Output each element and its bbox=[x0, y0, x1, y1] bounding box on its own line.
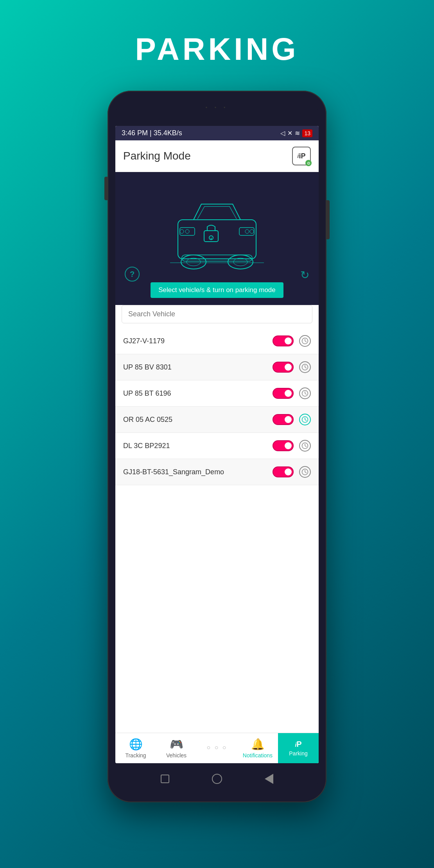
vehicle-schedule-0[interactable] bbox=[299, 335, 311, 347]
vehicle-name-5: GJ18-BT-5631_Sangram_Demo bbox=[123, 468, 224, 476]
nav-item-notifications[interactable]: 🔔 Notifications bbox=[237, 733, 278, 763]
lock-badge: ⊙ bbox=[305, 160, 312, 166]
select-banner: Select vehicle/s & turn on parking mode bbox=[151, 282, 283, 298]
notifications-label: Notifications bbox=[243, 752, 273, 759]
vehicle-row-1: UP 85 BV 8301 bbox=[115, 354, 319, 380]
phone-device: 3:46 PM | 35.4KB/s ◁ ✕ ≋ 13 Parking Mode… bbox=[108, 91, 326, 802]
svg-point-7 bbox=[250, 230, 254, 233]
search-input[interactable] bbox=[122, 305, 312, 323]
vehicle-list: GJ27-V-1179UP 85 BV 8301UP 85 BT 6196OR … bbox=[115, 328, 319, 733]
svg-line-33 bbox=[305, 472, 307, 473]
home-square-btn[interactable] bbox=[158, 772, 172, 786]
vehicle-name-2: UP 85 BT 6196 bbox=[123, 389, 171, 398]
svg-rect-5 bbox=[239, 228, 254, 235]
nav-item-vehicles[interactable]: 🎮 Vehicles bbox=[156, 733, 197, 763]
vehicle-schedule-4[interactable] bbox=[299, 440, 311, 452]
phone-bottom-bar bbox=[115, 763, 319, 794]
nav-item-trips[interactable]: ○ ○ ○ bbox=[197, 733, 237, 763]
vehicle-toggle-3[interactable] bbox=[273, 414, 294, 425]
svg-point-8 bbox=[181, 255, 206, 269]
vehicle-row-5: GJ18-BT-5631_Sangram_Demo bbox=[115, 459, 319, 485]
vehicle-controls-2 bbox=[273, 387, 311, 399]
tracking-icon: 🌐 bbox=[129, 738, 143, 751]
tracking-label: Tracking bbox=[125, 752, 146, 759]
svg-point-10 bbox=[228, 255, 253, 269]
bottom-nav: 🌐 Tracking 🎮 Vehicles ○ ○ ○ 🔔 Notificati… bbox=[115, 733, 319, 763]
car-drawing bbox=[154, 177, 280, 278]
svg-line-24 bbox=[305, 393, 307, 395]
status-bar: 3:46 PM | 35.4KB/s ◁ ✕ ≋ 13 bbox=[115, 126, 319, 140]
svg-rect-2 bbox=[180, 228, 195, 235]
phone-notch bbox=[115, 99, 319, 126]
notifications-icon: 🔔 bbox=[251, 738, 265, 751]
svg-rect-1 bbox=[178, 220, 256, 259]
parking-mode-icon[interactable]: i iP ⊙ bbox=[292, 147, 311, 165]
vehicle-toggle-5[interactable] bbox=[273, 466, 294, 477]
vehicles-label: Vehicles bbox=[166, 752, 187, 759]
vehicle-controls-0 bbox=[273, 335, 311, 347]
status-icons: ◁ ✕ ≋ 13 bbox=[280, 129, 312, 137]
vehicle-toggle-4[interactable] bbox=[273, 440, 294, 451]
home-circle-btn[interactable] bbox=[210, 772, 224, 786]
svg-point-4 bbox=[185, 230, 189, 233]
vehicle-name-4: DL 3C BP2921 bbox=[123, 442, 170, 450]
app-header-title: Parking Mode bbox=[123, 150, 191, 162]
nav-item-parking[interactable]: iP Parking bbox=[278, 733, 319, 763]
signal-icon: ✕ bbox=[287, 129, 292, 137]
vehicle-schedule-2[interactable] bbox=[299, 387, 311, 399]
search-container bbox=[115, 305, 319, 328]
location-icon: ◁ bbox=[280, 129, 285, 137]
vehicle-row-3: OR 05 AC 0525 bbox=[115, 407, 319, 433]
page-title: PARKING bbox=[135, 31, 299, 67]
vehicle-toggle-0[interactable] bbox=[273, 335, 294, 346]
vehicle-name-3: OR 05 AC 0525 bbox=[123, 416, 172, 424]
svg-point-6 bbox=[245, 230, 249, 233]
back-btn[interactable] bbox=[262, 772, 276, 786]
vehicles-icon: 🎮 bbox=[170, 738, 183, 751]
vehicle-controls-1 bbox=[273, 361, 311, 373]
car-svg-area bbox=[115, 173, 319, 282]
svg-line-21 bbox=[305, 367, 307, 368]
status-time: 3:46 PM | 35.4KB/s bbox=[122, 129, 182, 137]
parking-nav-icon: iP bbox=[295, 740, 301, 749]
wifi-icon: ≋ bbox=[295, 129, 300, 137]
vehicle-row-4: DL 3C BP2921 bbox=[115, 433, 319, 459]
parking-label: Parking bbox=[289, 750, 307, 757]
svg-point-3 bbox=[180, 230, 184, 233]
vehicle-schedule-3[interactable] bbox=[299, 414, 311, 425]
vehicle-row-2: UP 85 BT 6196 bbox=[115, 380, 319, 407]
battery-icon: 13 bbox=[302, 129, 312, 137]
vehicle-controls-4 bbox=[273, 440, 311, 452]
svg-line-27 bbox=[305, 420, 307, 421]
app-header: Parking Mode i iP ⊙ bbox=[115, 140, 319, 172]
nav-item-tracking[interactable]: 🌐 Tracking bbox=[115, 733, 156, 763]
vehicle-toggle-2[interactable] bbox=[273, 388, 294, 399]
svg-line-18 bbox=[305, 341, 307, 342]
vehicle-toggle-1[interactable] bbox=[273, 362, 294, 373]
vehicle-name-1: UP 85 BV 8301 bbox=[123, 363, 172, 371]
trips-icon: ○ ○ ○ bbox=[207, 744, 228, 751]
help-icon[interactable]: ? bbox=[125, 267, 140, 282]
vehicle-name-0: GJ27-V-1179 bbox=[123, 337, 165, 345]
vehicle-controls-5 bbox=[273, 466, 311, 478]
vehicle-controls-3 bbox=[273, 414, 311, 425]
vehicle-schedule-1[interactable] bbox=[299, 361, 311, 373]
refresh-icon[interactable]: ↻ bbox=[300, 269, 309, 282]
vehicle-schedule-5[interactable] bbox=[299, 466, 311, 478]
car-illustration: ? ↻ Select vehicle/s & turn on parking m… bbox=[115, 172, 319, 305]
phone-screen: 3:46 PM | 35.4KB/s ◁ ✕ ≋ 13 Parking Mode… bbox=[115, 126, 319, 763]
svg-line-30 bbox=[305, 446, 307, 447]
vehicle-row-0: GJ27-V-1179 bbox=[115, 328, 319, 354]
